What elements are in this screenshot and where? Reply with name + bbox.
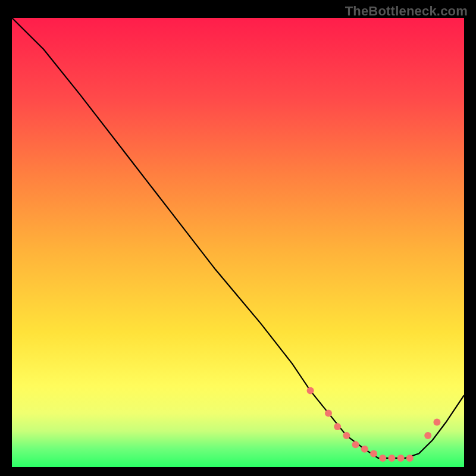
chart-overlay-svg [12, 18, 464, 467]
plot-area [12, 18, 464, 467]
marker-point [397, 455, 405, 462]
marker-point [424, 432, 431, 439]
marker-point [406, 455, 414, 462]
marker-point [325, 409, 332, 416]
marker-point [370, 450, 377, 457]
marker-point [388, 455, 395, 462]
watermark-text: TheBottleneck.com [345, 4, 468, 19]
marker-point [361, 446, 368, 453]
marker-point [307, 387, 314, 394]
marker-point [334, 423, 341, 430]
highlighted-points [307, 387, 441, 462]
marker-point [433, 419, 440, 426]
marker-point [343, 432, 350, 439]
marker-point [352, 441, 359, 448]
bottleneck-curve-line [12, 18, 464, 458]
marker-point [379, 455, 386, 462]
curve-path [12, 18, 464, 458]
chart-container: TheBottleneck.com [0, 0, 476, 476]
